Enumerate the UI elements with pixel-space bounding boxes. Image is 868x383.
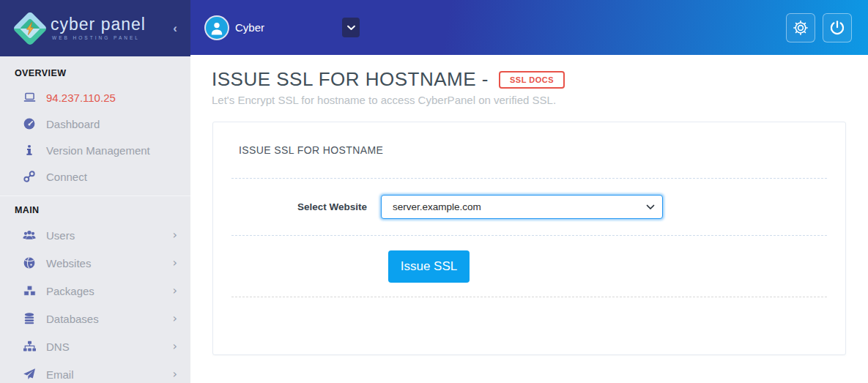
user-dropdown-button[interactable] [342, 18, 360, 37]
dashboard-gauge-icon [22, 117, 37, 130]
chevron-right-icon: › [173, 229, 177, 241]
sidebar-item-label: Connect [46, 171, 87, 183]
database-icon [22, 312, 37, 325]
sidebar-item-dashboard[interactable]: Users Dashboard [0, 111, 190, 137]
topbar: Cyber [190, 0, 868, 55]
divider [231, 297, 827, 297]
sidebar-item-label: Version Management [46, 144, 150, 157]
chevron-right-icon: › [173, 313, 177, 324]
lightning-bolt-icon [24, 21, 36, 36]
sidebar-item-label: Websites [46, 257, 91, 269]
sidebar-item-label: Databases [46, 313, 99, 325]
sidebar-item-websites[interactable]: Websites › [0, 249, 190, 277]
sidebar-item-dns[interactable]: DNS › [0, 332, 190, 360]
gear-icon [792, 19, 809, 37]
user-avatar[interactable] [206, 17, 228, 39]
sidebar-item-packages[interactable]: Packages › [0, 277, 190, 305]
ssl-docs-button[interactable]: SSL DOCS [499, 71, 565, 89]
sidebar-item-label: DNS [46, 341, 70, 353]
info-icon [22, 144, 37, 157]
sidebar-item-connect[interactable]: Connect [0, 163, 190, 190]
page-subtitle: Let's Encrypt SSL for hostname to access… [212, 94, 868, 106]
sidebar-collapse-icon[interactable]: ‹ [170, 19, 180, 37]
sidebar-item-server-ip[interactable]: 94.237.110.25 [0, 84, 190, 111]
sidebar-item-label: Email [46, 368, 74, 381]
sidebar-item-label: Users [46, 229, 75, 242]
divider [231, 178, 827, 179]
cyberpanel-logo-icon [16, 15, 44, 42]
cubes-icon [22, 284, 37, 297]
logout-power-button[interactable] [823, 13, 852, 42]
sidebar-item-email[interactable]: Email › [0, 360, 190, 383]
card-title: ISSUE SSL FOR HOSTNAME [239, 144, 845, 156]
globe-icon [22, 256, 37, 269]
chevron-right-icon: › [173, 341, 177, 352]
chevron-down-icon [347, 25, 355, 31]
sidebar-item-label: Dashboard [46, 118, 100, 130]
sitemap-icon [22, 340, 37, 353]
brand-subtitle: WEB HOSTING PANEL [52, 36, 146, 41]
sidebar-item-users[interactable]: Users › [0, 221, 190, 249]
website-select[interactable]: server.example.com [381, 195, 663, 219]
divider [231, 235, 827, 236]
sidebar-item-label: Packages [46, 285, 94, 297]
user-name: Cyber [235, 21, 264, 34]
main-content: ISSUE SSL FOR HOSTNAME - SSL DOCS Let's … [190, 55, 868, 383]
chevron-right-icon: › [173, 285, 177, 297]
issue-ssl-button[interactable]: Issue SSL [388, 250, 470, 283]
select-website-label: Select Website [239, 201, 367, 212]
users-icon [22, 228, 37, 242]
sidebar: OVERVIEW 94.237.110.25 Users Dashboard [0, 56, 190, 383]
page-title: ISSUE SSL FOR HOSTNAME - [212, 68, 489, 91]
settings-button[interactable] [786, 13, 815, 42]
chevron-right-icon: › [173, 257, 177, 269]
sidebar-item-label: 94.237.110.25 [46, 92, 116, 104]
sidebar-heading-main: MAIN [0, 201, 190, 221]
link-icon [22, 170, 37, 183]
laptop-icon [22, 91, 37, 104]
paper-plane-icon [22, 368, 37, 381]
person-icon [208, 19, 226, 37]
sidebar-item-databases[interactable]: Databases › [0, 305, 190, 332]
chevron-right-icon: › [173, 368, 177, 380]
issue-ssl-card: ISSUE SSL FOR HOSTNAME Select Website se… [212, 122, 846, 355]
sidebar-heading-overview: OVERVIEW [0, 64, 190, 84]
power-icon [828, 19, 846, 37]
sidebar-item-version-management[interactable]: Version Management [0, 137, 190, 163]
brand-title: cyber panel [51, 16, 146, 33]
brand-header: cyber panel WEB HOSTING PANEL ‹ [0, 0, 190, 56]
